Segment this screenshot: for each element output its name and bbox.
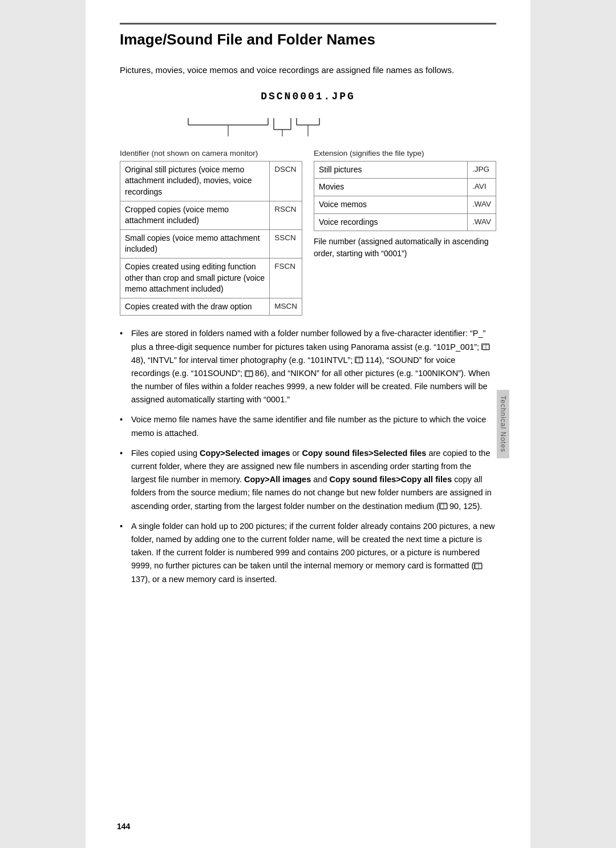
left-section: Identifier (not shown on camera monitor)… [120,149,302,316]
id-code: DSCN [270,161,302,201]
ext-type: Voice recordings [314,213,468,231]
bold-text: Copy>Selected images [200,449,290,458]
id-code: FSCN [270,258,302,298]
intro-text: Pictures, movies, voice memos and voice … [120,63,496,77]
id-desc: Cropped copies (voice memo attachment in… [120,201,270,229]
book-reference-icon [439,503,447,509]
filename-display: DSCN0001.JPG [261,91,355,102]
id-code: MSCN [270,298,302,316]
book-reference-icon [474,563,482,569]
list-item: Files copied using Copy>Selected images … [120,447,496,513]
bold-text: Copy sound files>Selected files [302,449,426,458]
table-row: Still pictures.JPG [314,161,496,179]
bold-text: Copy>All images [244,475,311,484]
list-item: Voice memo file names have the same iden… [120,413,496,439]
table-row: Voice recordings.WAV [314,213,496,231]
list-item: A single folder can hold up to 200 pictu… [120,520,496,586]
ext-type: Movies [314,179,468,196]
file-number-note: File number (assigned automatically in a… [314,236,496,260]
bullet-list: Files are stored in folders named with a… [120,327,496,585]
right-section: Extension (signifies the file type) Stil… [314,149,496,260]
table-row: Voice memos.WAV [314,196,496,213]
extension-table: Still pictures.JPGMovies.AVIVoice memos.… [314,161,496,231]
table-row: Small copies (voice memo attachment incl… [120,229,302,258]
table-row: Movies.AVI [314,179,496,196]
table-row: Cropped copies (voice memo attachment in… [120,201,302,229]
extension-label: Extension (signifies the file type) [314,149,496,158]
book-reference-icon [481,344,489,350]
page: Image/Sound File and Folder Names Pictur… [86,0,530,848]
table-row: Copies created with the draw optionMSCN [120,298,302,316]
id-code: SSCN [270,229,302,258]
filename-diagram: DSCN0001.JPG [120,91,496,103]
ext-type: Voice memos [314,196,468,213]
table-row: Original still pictures (voice memo atta… [120,161,302,201]
identifier-table: Original still pictures (voice memo atta… [120,161,302,316]
id-desc: Copies created with the draw option [120,298,270,316]
ext-code: .JPG [468,161,496,179]
identifier-label: Identifier (not shown on camera monitor) [120,149,302,158]
bracket-diagram [120,112,496,147]
main-content-area: Identifier (not shown on camera monitor)… [120,149,496,316]
sidebar-label: Technical Notes [497,390,509,458]
ext-code: .AVI [468,179,496,196]
id-desc: Original still pictures (voice memo atta… [120,161,270,201]
table-row: Copies created using editing function ot… [120,258,302,298]
list-item: Files are stored in folders named with a… [120,327,496,406]
page-number: 144 [117,822,130,831]
book-reference-icon [245,370,253,377]
ext-code: .WAV [468,213,496,231]
id-desc: Copies created using editing function ot… [120,258,270,298]
book-reference-icon [355,357,363,363]
bold-text: Copy sound files>Copy all files [329,475,452,484]
page-title: Image/Sound File and Folder Names [120,23,496,50]
id-code: RSCN [270,201,302,229]
id-desc: Small copies (voice memo attachment incl… [120,229,270,258]
ext-type: Still pictures [314,161,468,179]
ext-code: .WAV [468,196,496,213]
